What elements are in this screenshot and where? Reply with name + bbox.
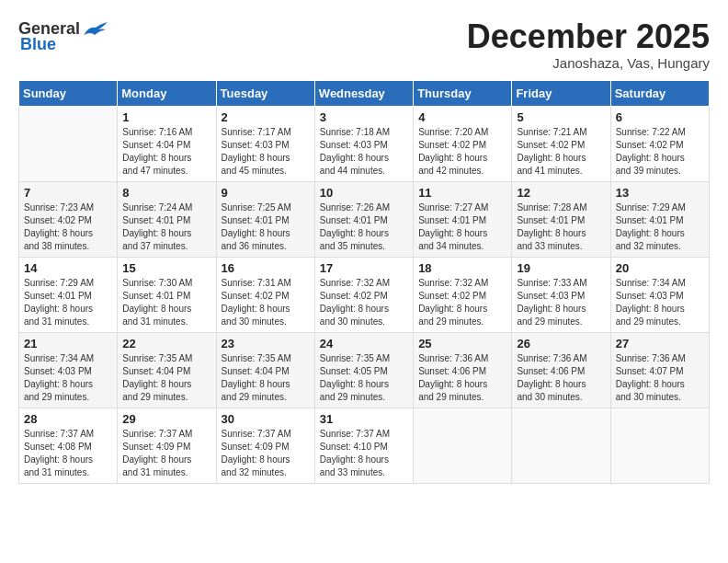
- day-info: Sunrise: 7:31 AMSunset: 4:02 PMDaylight:…: [222, 277, 310, 328]
- day-number: 25: [418, 337, 506, 350]
- day-info: Sunrise: 7:36 AMSunset: 4:07 PMDaylight:…: [616, 352, 704, 404]
- day-number: 6: [616, 110, 704, 124]
- day-info: Sunrise: 7:17 AMSunset: 4:03 PMDaylight:…: [222, 126, 310, 178]
- calendar-cell: 7Sunrise: 7:23 AMSunset: 4:02 PMDaylight…: [19, 181, 118, 257]
- day-info: Sunrise: 7:29 AMSunset: 4:01 PMDaylight:…: [24, 277, 112, 328]
- calendar-cell: [19, 106, 118, 181]
- day-info: Sunrise: 7:24 AMSunset: 4:01 PMDaylight:…: [122, 201, 210, 253]
- calendar-cell: 11Sunrise: 7:27 AMSunset: 4:01 PMDayligh…: [414, 181, 512, 257]
- day-number: 11: [418, 186, 506, 200]
- calendar-cell: 31Sunrise: 7:37 AMSunset: 4:10 PMDayligh…: [314, 408, 413, 483]
- weekday-header-sunday: Sunday: [19, 80, 118, 106]
- day-info: Sunrise: 7:21 AMSunset: 4:02 PMDaylight:…: [517, 126, 605, 178]
- day-number: 28: [24, 412, 112, 426]
- calendar-cell: 30Sunrise: 7:37 AMSunset: 4:09 PMDayligh…: [216, 408, 314, 483]
- day-number: 13: [616, 186, 704, 200]
- calendar-cell: 18Sunrise: 7:32 AMSunset: 4:02 PMDayligh…: [414, 257, 512, 332]
- day-number: 23: [222, 337, 310, 350]
- day-info: Sunrise: 7:33 AMSunset: 4:03 PMDaylight:…: [517, 277, 605, 328]
- calendar-cell: 1Sunrise: 7:16 AMSunset: 4:04 PMDaylight…: [118, 106, 216, 181]
- week-row-4: 21Sunrise: 7:34 AMSunset: 4:03 PMDayligh…: [19, 332, 710, 408]
- calendar-cell: 23Sunrise: 7:35 AMSunset: 4:04 PMDayligh…: [216, 332, 314, 408]
- logo: General Blue: [18, 18, 109, 54]
- weekday-header-row: SundayMondayTuesdayWednesdayThursdayFrid…: [19, 80, 710, 106]
- day-info: Sunrise: 7:20 AMSunset: 4:02 PMDaylight:…: [418, 126, 506, 178]
- calendar-cell: 13Sunrise: 7:29 AMSunset: 4:01 PMDayligh…: [610, 181, 709, 257]
- calendar-cell: 17Sunrise: 7:32 AMSunset: 4:02 PMDayligh…: [314, 257, 413, 332]
- day-number: 14: [24, 261, 112, 275]
- calendar-cell: 15Sunrise: 7:30 AMSunset: 4:01 PMDayligh…: [118, 257, 216, 332]
- day-number: 1: [122, 110, 210, 124]
- calendar-cell: 9Sunrise: 7:25 AMSunset: 4:01 PMDaylight…: [216, 181, 314, 257]
- calendar-header: SundayMondayTuesdayWednesdayThursdayFrid…: [19, 80, 710, 106]
- week-row-1: 1Sunrise: 7:16 AMSunset: 4:04 PMDaylight…: [19, 106, 710, 181]
- day-number: 20: [616, 261, 704, 275]
- day-info: Sunrise: 7:34 AMSunset: 4:03 PMDaylight:…: [616, 277, 704, 328]
- day-number: 16: [222, 261, 310, 275]
- day-info: Sunrise: 7:29 AMSunset: 4:01 PMDaylight:…: [616, 201, 704, 253]
- day-info: Sunrise: 7:16 AMSunset: 4:04 PMDaylight:…: [122, 126, 210, 178]
- weekday-header-thursday: Thursday: [414, 80, 512, 106]
- day-number: 29: [122, 412, 210, 426]
- calendar-cell: 28Sunrise: 7:37 AMSunset: 4:08 PMDayligh…: [19, 408, 118, 483]
- calendar-cell: 27Sunrise: 7:36 AMSunset: 4:07 PMDayligh…: [610, 332, 709, 408]
- day-number: 18: [418, 261, 506, 275]
- day-number: 2: [222, 110, 310, 124]
- day-info: Sunrise: 7:37 AMSunset: 4:09 PMDaylight:…: [122, 428, 210, 479]
- page-header: General Blue December 2025 Janoshaza, Va…: [18, 18, 710, 71]
- calendar-cell: [512, 408, 610, 483]
- calendar-cell: 26Sunrise: 7:36 AMSunset: 4:06 PMDayligh…: [512, 332, 610, 408]
- calendar-cell: 8Sunrise: 7:24 AMSunset: 4:01 PMDaylight…: [118, 181, 216, 257]
- calendar-cell: 4Sunrise: 7:20 AMSunset: 4:02 PMDaylight…: [414, 106, 512, 181]
- day-number: 12: [517, 186, 605, 200]
- day-info: Sunrise: 7:22 AMSunset: 4:02 PMDaylight:…: [616, 126, 704, 178]
- calendar-cell: [610, 408, 709, 483]
- calendar-cell: 6Sunrise: 7:22 AMSunset: 4:02 PMDaylight…: [610, 106, 709, 181]
- day-number: 8: [122, 186, 210, 200]
- day-number: 15: [122, 261, 210, 275]
- weekday-header-wednesday: Wednesday: [314, 80, 413, 106]
- calendar-cell: [414, 408, 512, 483]
- weekday-header-saturday: Saturday: [610, 80, 709, 106]
- title-block: December 2025 Janoshaza, Vas, Hungary: [467, 18, 710, 71]
- day-info: Sunrise: 7:32 AMSunset: 4:02 PMDaylight:…: [320, 277, 408, 328]
- day-info: Sunrise: 7:35 AMSunset: 4:05 PMDaylight:…: [320, 352, 408, 404]
- week-row-3: 14Sunrise: 7:29 AMSunset: 4:01 PMDayligh…: [19, 257, 710, 332]
- day-info: Sunrise: 7:36 AMSunset: 4:06 PMDaylight:…: [517, 352, 605, 404]
- day-info: Sunrise: 7:25 AMSunset: 4:01 PMDaylight:…: [222, 201, 310, 253]
- day-number: 26: [517, 337, 605, 350]
- calendar-cell: 21Sunrise: 7:34 AMSunset: 4:03 PMDayligh…: [19, 332, 118, 408]
- week-row-2: 7Sunrise: 7:23 AMSunset: 4:02 PMDaylight…: [19, 181, 710, 257]
- day-info: Sunrise: 7:26 AMSunset: 4:01 PMDaylight:…: [320, 201, 408, 253]
- day-info: Sunrise: 7:37 AMSunset: 4:08 PMDaylight:…: [24, 428, 112, 479]
- day-info: Sunrise: 7:35 AMSunset: 4:04 PMDaylight:…: [222, 352, 310, 404]
- calendar-cell: 16Sunrise: 7:31 AMSunset: 4:02 PMDayligh…: [216, 257, 314, 332]
- location-title: Janoshaza, Vas, Hungary: [467, 55, 710, 71]
- calendar-cell: 10Sunrise: 7:26 AMSunset: 4:01 PMDayligh…: [314, 181, 413, 257]
- day-info: Sunrise: 7:27 AMSunset: 4:01 PMDaylight:…: [418, 201, 506, 253]
- calendar-body: 1Sunrise: 7:16 AMSunset: 4:04 PMDaylight…: [19, 106, 710, 483]
- calendar-cell: 14Sunrise: 7:29 AMSunset: 4:01 PMDayligh…: [19, 257, 118, 332]
- day-info: Sunrise: 7:34 AMSunset: 4:03 PMDaylight:…: [24, 352, 112, 404]
- day-info: Sunrise: 7:23 AMSunset: 4:02 PMDaylight:…: [24, 201, 112, 253]
- calendar-cell: 2Sunrise: 7:17 AMSunset: 4:03 PMDaylight…: [216, 106, 314, 181]
- day-number: 4: [418, 110, 506, 124]
- calendar-cell: 25Sunrise: 7:36 AMSunset: 4:06 PMDayligh…: [414, 332, 512, 408]
- calendar-cell: 22Sunrise: 7:35 AMSunset: 4:04 PMDayligh…: [118, 332, 216, 408]
- calendar-cell: 19Sunrise: 7:33 AMSunset: 4:03 PMDayligh…: [512, 257, 610, 332]
- weekday-header-friday: Friday: [512, 80, 610, 106]
- day-info: Sunrise: 7:32 AMSunset: 4:02 PMDaylight:…: [418, 277, 506, 328]
- day-number: 10: [320, 186, 408, 200]
- calendar-cell: 3Sunrise: 7:18 AMSunset: 4:03 PMDaylight…: [314, 106, 413, 181]
- day-info: Sunrise: 7:35 AMSunset: 4:04 PMDaylight:…: [122, 352, 210, 404]
- calendar-cell: 24Sunrise: 7:35 AMSunset: 4:05 PMDayligh…: [314, 332, 413, 408]
- day-number: 27: [616, 337, 704, 350]
- day-number: 3: [320, 110, 408, 124]
- logo-bird-icon: [82, 18, 109, 39]
- day-info: Sunrise: 7:37 AMSunset: 4:10 PMDaylight:…: [320, 428, 408, 479]
- day-info: Sunrise: 7:18 AMSunset: 4:03 PMDaylight:…: [320, 126, 408, 178]
- day-number: 17: [320, 261, 408, 275]
- day-number: 31: [320, 412, 408, 426]
- calendar-cell: 20Sunrise: 7:34 AMSunset: 4:03 PMDayligh…: [610, 257, 709, 332]
- calendar-cell: 5Sunrise: 7:21 AMSunset: 4:02 PMDaylight…: [512, 106, 610, 181]
